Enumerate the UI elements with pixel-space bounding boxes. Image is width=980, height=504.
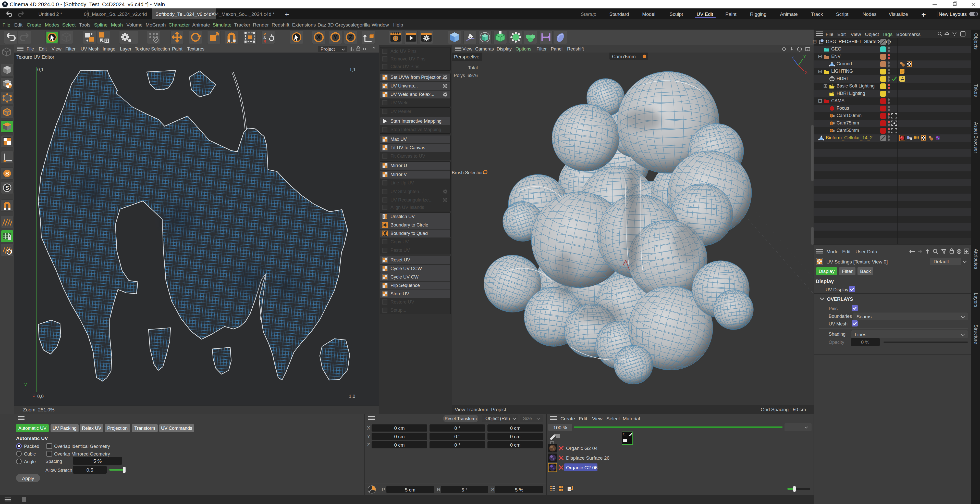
svg-text:Y: Y [333, 34, 337, 41]
svg-text:S: S [5, 185, 9, 191]
svg-text:S: S [5, 170, 9, 177]
svg-text:Z: Z [349, 34, 353, 41]
svg-text:R: R [263, 39, 266, 43]
svg-text:X: X [317, 34, 321, 41]
